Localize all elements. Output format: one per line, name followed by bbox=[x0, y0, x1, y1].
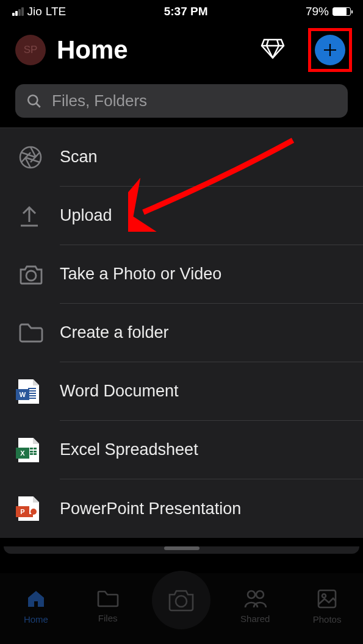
excel-icon: X bbox=[18, 438, 39, 462]
aperture-icon bbox=[18, 145, 43, 170]
menu-item-upload[interactable]: Upload bbox=[0, 187, 363, 245]
avatar[interactable]: SP bbox=[15, 35, 46, 65]
menu-item-photo-video[interactable]: Take a Photo or Video bbox=[0, 245, 363, 304]
diamond-icon bbox=[261, 38, 285, 60]
premium-button[interactable] bbox=[261, 38, 285, 62]
word-icon: W bbox=[18, 379, 39, 404]
tab-camera[interactable] bbox=[152, 571, 210, 629]
header: SP Home bbox=[0, 21, 363, 78]
battery-percentage: 79% bbox=[306, 5, 329, 18]
menu-item-scan[interactable]: Scan bbox=[0, 128, 363, 187]
menu-item-label: Upload bbox=[60, 187, 363, 245]
menu-item-create-folder[interactable]: Create a folder bbox=[0, 304, 363, 362]
menu-item-label: Take a Photo or Video bbox=[60, 245, 363, 304]
page-title: Home bbox=[57, 35, 250, 65]
create-menu: Scan Upload Take a Photo or Video Create… bbox=[0, 127, 363, 538]
tab-shared[interactable]: Shared bbox=[228, 589, 282, 624]
menu-item-excel[interactable]: X Excel Spreadsheet bbox=[0, 421, 363, 479]
tab-label: Shared bbox=[240, 614, 270, 624]
tab-home[interactable]: Home bbox=[9, 589, 63, 624]
svg-point-2 bbox=[26, 271, 36, 281]
tab-label: Photos bbox=[313, 614, 342, 624]
signal-icon bbox=[12, 7, 24, 16]
plus-icon bbox=[322, 42, 338, 58]
photo-icon bbox=[317, 589, 337, 609]
status-time: 5:37 PM bbox=[164, 5, 208, 18]
folder-icon bbox=[18, 323, 44, 343]
add-button[interactable] bbox=[315, 35, 345, 65]
carrier-label: Jio bbox=[27, 5, 42, 18]
search-input[interactable] bbox=[52, 91, 337, 110]
powerpoint-icon: P bbox=[18, 496, 39, 521]
battery-icon bbox=[332, 7, 351, 16]
search-field[interactable] bbox=[15, 84, 348, 118]
menu-item-powerpoint[interactable]: P PowerPoint Presentation bbox=[0, 479, 363, 538]
menu-item-label: Excel Spreadsheet bbox=[60, 421, 363, 479]
search-icon bbox=[26, 93, 42, 109]
avatar-initials: SP bbox=[24, 44, 38, 56]
tab-bar: Home Files Shared Photos bbox=[0, 573, 363, 644]
menu-item-label: PowerPoint Presentation bbox=[60, 479, 363, 538]
home-icon bbox=[26, 589, 46, 609]
tab-photos[interactable]: Photos bbox=[300, 589, 354, 624]
upload-icon bbox=[18, 204, 40, 228]
svg-point-0 bbox=[28, 95, 37, 104]
camera-icon bbox=[167, 588, 195, 612]
tab-files[interactable]: Files bbox=[81, 590, 135, 623]
menu-item-label: Create a folder bbox=[60, 304, 363, 362]
menu-item-word[interactable]: W Word Document bbox=[0, 362, 363, 421]
people-icon bbox=[243, 589, 267, 609]
svg-point-1 bbox=[20, 147, 41, 168]
svg-point-4 bbox=[248, 591, 255, 598]
camera-icon bbox=[18, 263, 44, 285]
status-bar: Jio LTE 5:37 PM 79% bbox=[0, 0, 363, 21]
svg-point-7 bbox=[322, 594, 326, 598]
menu-item-label: Scan bbox=[60, 128, 363, 187]
tab-label: Files bbox=[98, 613, 118, 623]
svg-point-3 bbox=[176, 596, 187, 607]
tab-label: Home bbox=[24, 614, 48, 624]
svg-point-5 bbox=[256, 591, 264, 598]
menu-item-label: Word Document bbox=[60, 362, 363, 421]
add-button-highlight bbox=[308, 28, 352, 72]
network-label: LTE bbox=[46, 5, 66, 18]
folder-icon bbox=[96, 590, 120, 608]
sheet-handle[interactable] bbox=[164, 546, 199, 550]
